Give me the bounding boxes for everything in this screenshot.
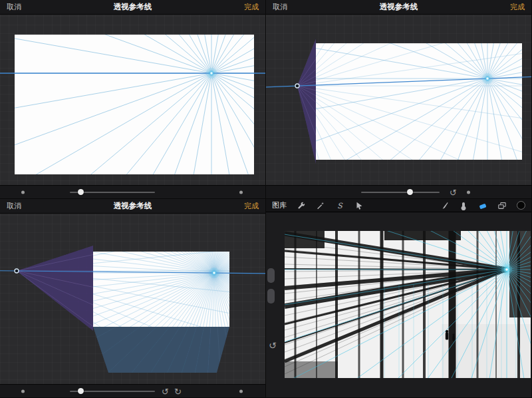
toolbar-left-group: 图库 S xyxy=(272,200,364,210)
adjustments-wand-icon[interactable] xyxy=(316,201,325,210)
panel-one-point-perspective-editor: 取消 透视参考线 完成 xyxy=(0,0,266,199)
edit-footer: ↺ xyxy=(266,185,531,198)
screenshot-grid: 取消 透视参考线 完成 取消 透视参考线 完成 ↺ xyxy=(0,0,532,398)
cancel-button[interactable]: 取消 xyxy=(7,201,21,211)
done-button[interactable]: 完成 xyxy=(510,2,525,12)
page-title: 透视参考线 xyxy=(0,201,265,211)
slider-track xyxy=(361,192,440,193)
grid-dot-button[interactable] xyxy=(239,389,243,393)
grid-dot-button[interactable] xyxy=(21,190,25,194)
slider-knob[interactable] xyxy=(78,388,84,394)
color-swatch[interactable] xyxy=(517,201,525,210)
grid-dot-button[interactable] xyxy=(21,389,25,393)
redo-icon[interactable]: ↻ xyxy=(174,387,182,395)
panel-procreate-canvas: 图库 S xyxy=(266,199,532,398)
main-toolbar: 图库 S xyxy=(266,199,531,212)
slider-knob[interactable] xyxy=(78,189,84,195)
brush-icon[interactable] xyxy=(440,201,449,210)
grid-dot-button[interactable] xyxy=(467,190,470,194)
perspective-canvas-grid-mesh[interactable] xyxy=(0,199,266,398)
guide-opacity-slider[interactable] xyxy=(70,186,155,198)
edit-header: 取消 透视参考线 完成 xyxy=(266,0,531,15)
guide-thickness-slider[interactable] xyxy=(361,186,440,198)
edit-header: 取消 透视参考线 完成 xyxy=(0,199,265,214)
selection-s-icon[interactable]: S xyxy=(335,201,344,210)
done-button[interactable]: 完成 xyxy=(244,201,259,211)
undo-icon[interactable]: ↺ xyxy=(450,188,457,196)
grid-dot-button[interactable] xyxy=(239,190,243,194)
undo-icon[interactable]: ↺ xyxy=(269,340,277,351)
artwork-canvas[interactable] xyxy=(266,199,532,398)
cancel-button[interactable]: 取消 xyxy=(273,2,287,12)
actions-wrench-icon[interactable] xyxy=(297,201,306,210)
eraser-icon-active[interactable] xyxy=(478,201,487,210)
edit-footer xyxy=(0,185,265,198)
guide-opacity-slider[interactable] xyxy=(70,385,155,397)
edit-footer: ↺ ↻ xyxy=(0,384,265,397)
panel-grid-mesh-perspective-editor: 取消 透视参考线 完成 ↺ ↻ xyxy=(0,199,266,398)
transform-cursor-icon[interactable] xyxy=(354,201,364,210)
slider-knob[interactable] xyxy=(407,189,413,195)
edit-header: 取消 透视参考线 完成 xyxy=(0,0,265,15)
page-title: 透视参考线 xyxy=(0,2,265,12)
svg-text:S: S xyxy=(337,201,343,210)
smudge-icon[interactable] xyxy=(459,201,468,210)
brush-size-handle[interactable] xyxy=(267,268,275,283)
undo-icon[interactable]: ↺ xyxy=(162,387,169,395)
panel-two-point-perspective-editor: 取消 透视参考线 完成 ↺ xyxy=(266,0,532,199)
perspective-canvas-one-point[interactable] xyxy=(0,0,266,199)
page-title: 透视参考线 xyxy=(266,2,531,12)
gallery-button[interactable]: 图库 xyxy=(272,200,287,210)
sidebar xyxy=(267,268,276,309)
brush-opacity-handle[interactable] xyxy=(267,289,275,303)
done-button[interactable]: 完成 xyxy=(244,2,259,12)
cancel-button[interactable]: 取消 xyxy=(7,2,21,12)
perspective-canvas-two-point[interactable] xyxy=(266,0,532,199)
toolbar-right-group xyxy=(440,201,525,210)
layers-icon[interactable] xyxy=(497,201,507,210)
